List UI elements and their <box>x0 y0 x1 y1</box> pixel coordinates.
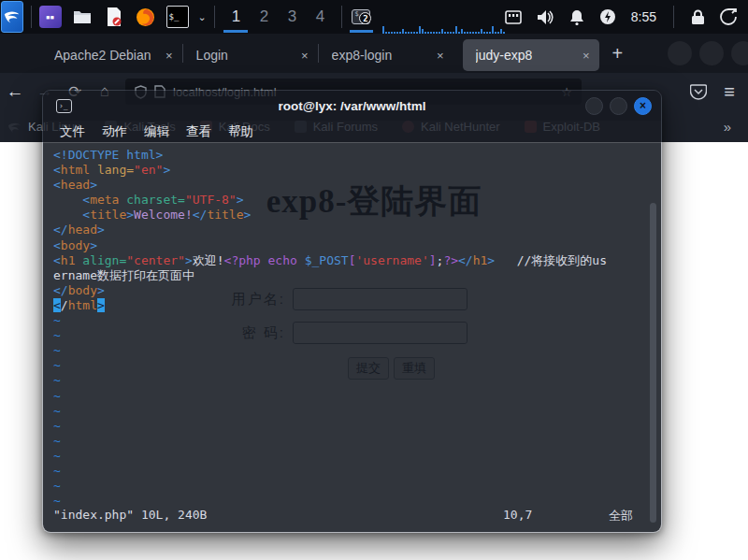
workspace-switcher: 1 2 3 4 <box>222 3 334 31</box>
vim-empty-line-tilde: ~ <box>53 358 661 373</box>
menu-view[interactable]: 查看 <box>183 123 214 140</box>
tab-label: Apache2 Debian D <box>54 48 152 63</box>
minimize-button[interactable] <box>585 97 603 115</box>
terminal-scrollbar[interactable] <box>650 203 656 523</box>
vim-empty-line-tilde: ~ <box>53 404 661 419</box>
whisker-app-icon[interactable]: ▪▪ <box>39 6 62 28</box>
terminal-code-line: <body> <box>53 238 661 253</box>
window-control-circle[interactable] <box>668 41 692 65</box>
tab-apache2[interactable]: Apache2 Debian D × <box>41 39 182 71</box>
close-button[interactable]: × <box>634 97 652 115</box>
tab-label: Login <box>196 48 228 63</box>
kali-menu-button[interactable] <box>1 1 23 33</box>
terminal-menubar: 文件 动作 编辑 查看 帮助 <box>43 121 661 143</box>
vim-empty-line-tilde: ~ <box>53 373 661 388</box>
terminal-launcher-icon[interactable]: $_ <box>166 6 189 28</box>
tab-close-icon[interactable]: × <box>437 49 444 63</box>
kali-linux-favicon <box>7 121 22 133</box>
lock-screen-icon[interactable] <box>691 9 705 25</box>
power-manager-icon[interactable] <box>599 8 616 25</box>
back-button[interactable]: ← <box>0 81 30 102</box>
bookmarks-overflow-chevron[interactable]: » <box>724 119 748 135</box>
terminal-code-line: <h1 align="center">欢迎!<?php echo $_POST[… <box>53 253 661 268</box>
logout-icon[interactable] <box>720 8 737 25</box>
clock[interactable]: 8:55 <box>631 9 656 24</box>
maximize-button[interactable] <box>610 97 627 115</box>
window-count-badge: 2 <box>359 12 371 24</box>
vim-scroll-indicator: 全部 <box>609 508 633 524</box>
notifications-bell-icon[interactable] <box>569 9 584 25</box>
network-icon[interactable] <box>505 10 522 24</box>
window-control-circle[interactable] <box>731 41 748 65</box>
vim-empty-line-tilde: ~ <box>53 449 661 464</box>
terminal-code-line: </html> <box>53 298 661 313</box>
panel-separator <box>214 6 215 28</box>
vim-buffer: <!DOCTYPE html><html lang="en"><head> <m… <box>53 148 661 509</box>
tab-login[interactable]: Login × <box>183 39 318 71</box>
vim-empty-line-tilde: ~ <box>53 328 661 343</box>
tab-label: exp8-login <box>332 48 393 63</box>
vim-empty-line-tilde: ~ <box>53 419 661 434</box>
terminal-screen[interactable]: <!DOCTYPE html><html lang="en"><head> <m… <box>43 143 661 532</box>
vim-empty-line-tilde: ~ <box>53 494 661 509</box>
menu-help[interactable]: 帮助 <box>225 123 256 140</box>
vim-file-info: "index.php" 10L, 240B <box>53 508 207 522</box>
menu-file[interactable]: 文件 <box>57 123 88 140</box>
tab-close-icon[interactable]: × <box>301 49 309 63</box>
cpu-graph-widget <box>382 22 505 34</box>
taskbar-terminal-window-button[interactable]: $2 <box>350 3 373 31</box>
tab-bar: Apache2 Debian D × Login × exp8-login × … <box>0 34 748 73</box>
text-editor-icon[interactable] <box>103 6 125 28</box>
desktop-panel: ▪▪ $_ ⌄ 1 2 3 4 $2 <box>0 0 748 34</box>
workspace-1[interactable]: 1 <box>222 3 250 31</box>
volume-icon[interactable] <box>537 9 554 25</box>
terminal-title: root@lyx: /var/www/html <box>43 99 661 113</box>
vim-statusline: "index.php" 10L, 240B 10,7 全部 <box>53 508 642 523</box>
terminal-code-line: ername数据打印在页面中 <box>53 268 661 283</box>
tab-judy-exp8[interactable]: judy-exp8 × <box>463 39 599 71</box>
vim-empty-line-tilde: ~ <box>53 464 661 479</box>
vim-empty-line-tilde: ~ <box>53 389 661 404</box>
terminal-window[interactable]: ›_ root@lyx: /var/www/html × 文件 动作 编辑 查看… <box>42 90 662 533</box>
firefox-icon[interactable] <box>135 6 157 28</box>
terminal-code-line: <!DOCTYPE html> <box>53 148 661 163</box>
launcher-dropdown-chevron-icon[interactable]: ⌄ <box>198 11 207 23</box>
terminal-code-line: </head> <box>53 223 661 237</box>
window-control-circle[interactable] <box>699 41 724 65</box>
menu-edit[interactable]: 编辑 <box>141 123 172 140</box>
menu-hamburger-icon[interactable]: ≡ <box>724 81 735 103</box>
panel-separator <box>31 6 32 28</box>
vim-empty-line-tilde: ~ <box>53 343 661 358</box>
vim-empty-line-tilde: ~ <box>53 479 661 494</box>
tab-close-icon[interactable]: × <box>583 49 590 63</box>
tab-close-icon[interactable]: × <box>165 49 173 63</box>
workspace-2[interactable]: 2 <box>250 3 278 31</box>
file-manager-icon[interactable] <box>71 6 94 28</box>
terminal-code-line: <head> <box>53 178 661 193</box>
panel-separator <box>673 6 674 28</box>
new-tab-button[interactable]: + <box>599 43 637 65</box>
pocket-icon[interactable] <box>690 84 707 100</box>
menu-actions[interactable]: 动作 <box>99 123 130 140</box>
workspace-3[interactable]: 3 <box>278 3 306 31</box>
tab-exp8-login[interactable]: exp8-login × <box>319 39 453 71</box>
vim-cursor-position: 10,7 <box>503 508 532 522</box>
tab-label: judy-exp8 <box>476 48 533 63</box>
browser-window-controls <box>668 41 748 65</box>
vim-empty-line-tilde: ~ <box>53 434 661 449</box>
terminal-titlebar[interactable]: ›_ root@lyx: /var/www/html × <box>43 91 661 121</box>
terminal-code-line: <title>Welcome!</title> <box>53 208 661 223</box>
terminal-code-line: <html lang="en"> <box>53 163 661 178</box>
vim-empty-line-tilde: ~ <box>53 313 661 328</box>
workspace-4[interactable]: 4 <box>306 3 334 31</box>
terminal-code-line: </body> <box>53 283 661 298</box>
terminal-code-line: <meta charset="UTF-8"> <box>53 193 661 208</box>
kali-logo-icon <box>2 7 22 27</box>
panel-separator <box>341 6 342 28</box>
